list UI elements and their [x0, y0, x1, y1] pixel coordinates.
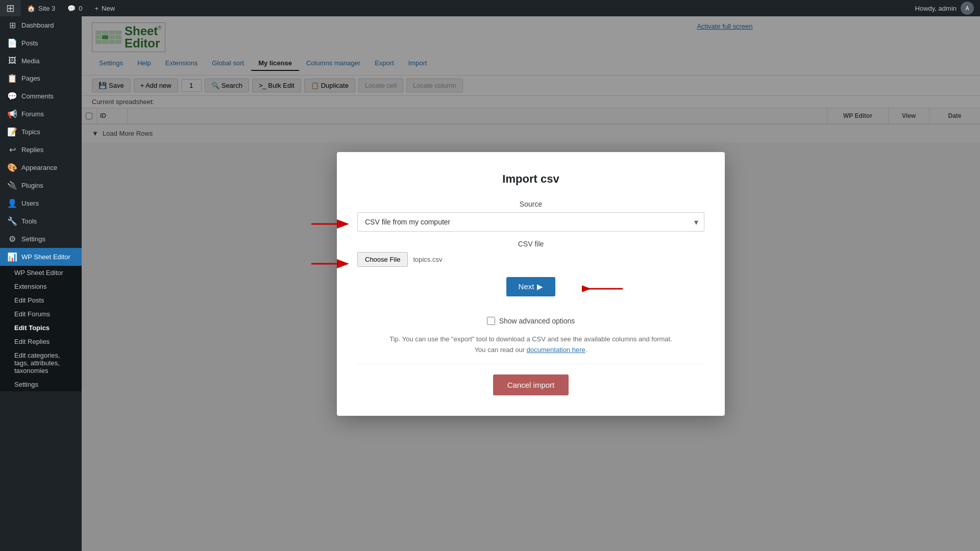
- plugins-icon: 🔌: [7, 181, 17, 190]
- next-label: Next: [519, 282, 534, 291]
- sub-item-edit-forums[interactable]: Edit Forums: [7, 307, 82, 321]
- wp-logo-icon: ⊞: [6, 2, 15, 14]
- home-icon: 🏠: [27, 5, 35, 12]
- tip-text2: You can read our documentation here.: [357, 346, 704, 354]
- sub-item-edit-replies[interactable]: Edit Replies: [7, 335, 82, 348]
- sub-item-edit-categories[interactable]: Edit categories, tags, attributes, taxon…: [7, 348, 82, 378]
- sub-item-settings[interactable]: Settings: [7, 378, 82, 391]
- sub-item-wp-sheet-editor[interactable]: WP Sheet Editor: [7, 266, 82, 280]
- sidebar-label-dashboard: Dashboard: [21, 21, 54, 29]
- sidebar-item-forums[interactable]: 📢 Forums: [0, 105, 82, 123]
- sidebar-label-settings: Settings: [21, 235, 45, 243]
- tip-text: Tip. You can use the "export" tool to do…: [357, 335, 704, 343]
- wp-sheet-editor-icon: 📊: [7, 252, 17, 262]
- comments-count: 0: [79, 5, 82, 12]
- sidebar-label-wp-sheet-editor: WP Sheet Editor: [21, 253, 70, 261]
- sidebar-item-settings[interactable]: ⚙ Settings: [0, 230, 82, 248]
- arrow-to-source: [311, 216, 352, 232]
- source-label: Source: [357, 200, 704, 208]
- sidebar-item-plugins[interactable]: 🔌 Plugins: [0, 177, 82, 194]
- arrow-to-next: [582, 281, 623, 296]
- sidebar-item-appearance[interactable]: 🎨 Appearance: [0, 159, 82, 177]
- file-input-row: Choose File topics.csv: [357, 252, 704, 267]
- replies-icon: ↩: [7, 145, 17, 155]
- show-advanced-checkbox[interactable]: [487, 317, 495, 325]
- csv-file-label: CSV file: [357, 240, 704, 248]
- main-content: Sheet ® Editor Activate full screen Sett…: [82, 16, 980, 551]
- sub-item-edit-posts[interactable]: Edit Posts: [7, 293, 82, 307]
- pages-icon: 📋: [7, 73, 17, 83]
- sidebar-item-pages[interactable]: 📋 Pages: [0, 69, 82, 87]
- sidebar-item-topics[interactable]: 📝 Topics: [0, 123, 82, 141]
- plus-icon: +: [94, 5, 99, 12]
- sidebar-label-pages: Pages: [21, 74, 40, 82]
- sidebar-label-tools: Tools: [21, 217, 37, 225]
- howdy-text: Howdy, admin: [915, 5, 957, 12]
- sidebar-label-posts: Posts: [21, 39, 38, 47]
- sidebar-item-posts[interactable]: 📄 Posts: [0, 34, 82, 52]
- import-csv-modal: Import csv Source CSV file from my compu…: [337, 152, 725, 416]
- sidebar-item-tools[interactable]: 🔧 Tools: [0, 212, 82, 230]
- site-name-bar-item[interactable]: 🏠 Site 3: [21, 0, 61, 16]
- sidebar-item-dashboard[interactable]: ⊞ Dashboard: [0, 16, 82, 34]
- user-info[interactable]: Howdy, admin A: [915, 2, 974, 15]
- media-icon: 🖼: [7, 56, 17, 65]
- selected-file-name: topics.csv: [413, 256, 442, 263]
- admin-bar: ⊞ 🏠 Site 3 💬 0 + New Howdy, admin A: [0, 0, 980, 16]
- sidebar-item-users[interactable]: 👤 Users: [0, 194, 82, 212]
- modal-title: Import csv: [357, 172, 704, 186]
- choose-file-button[interactable]: Choose File: [357, 252, 408, 267]
- sidebar-label-media: Media: [21, 57, 39, 65]
- source-select[interactable]: CSV file from my computer CSV file from …: [357, 212, 704, 232]
- sidebar: ⊞ Dashboard 📄 Posts 🖼 Media 📋 Pages 💬 Co…: [0, 16, 82, 551]
- sidebar-label-replies: Replies: [21, 146, 43, 154]
- settings-icon: ⚙: [7, 234, 17, 244]
- comments-bar-item[interactable]: 💬 0: [61, 0, 88, 16]
- wp-logo-bar-item[interactable]: ⊞: [0, 0, 21, 16]
- users-icon: 👤: [7, 198, 17, 208]
- sidebar-item-replies[interactable]: ↩ Replies: [0, 141, 82, 159]
- source-select-wrapper: CSV file from my computer CSV file from …: [357, 212, 704, 232]
- sidebar-item-comments[interactable]: 💬 Comments: [0, 87, 82, 105]
- comments-icon: 💬: [67, 5, 76, 12]
- sub-item-edit-topics[interactable]: Edit Topics: [7, 321, 82, 335]
- forums-icon: 📢: [7, 109, 17, 119]
- comments-sidebar-icon: 💬: [7, 91, 17, 101]
- modal-overlay: Import csv Source CSV file from my compu…: [82, 16, 980, 551]
- new-label: New: [102, 5, 115, 12]
- documentation-link[interactable]: documentation here: [527, 346, 585, 354]
- sidebar-label-users: Users: [21, 199, 39, 207]
- dashboard-icon: ⊞: [7, 20, 17, 30]
- tools-icon: 🔧: [7, 216, 17, 226]
- arrow-to-file: [311, 256, 352, 271]
- avatar: A: [961, 2, 974, 15]
- sidebar-item-wp-sheet-editor[interactable]: 📊 WP Sheet Editor: [0, 248, 82, 266]
- sidebar-label-comments: Comments: [21, 92, 54, 100]
- next-arrow-icon: ▶: [537, 282, 543, 291]
- next-button[interactable]: Next ▶: [506, 277, 556, 296]
- posts-icon: 📄: [7, 38, 17, 48]
- sidebar-sub-menu: WP Sheet Editor Extensions Edit Posts Ed…: [0, 266, 82, 391]
- show-advanced-label: Show advanced options: [499, 317, 575, 325]
- topics-icon: 📝: [7, 127, 17, 137]
- modal-divider: [357, 364, 704, 364]
- sidebar-label-topics: Topics: [21, 128, 40, 136]
- cancel-import-button[interactable]: Cancel import: [493, 374, 569, 395]
- sidebar-label-forums: Forums: [21, 110, 44, 118]
- sidebar-item-media[interactable]: 🖼 Media: [0, 52, 82, 69]
- sub-item-extensions[interactable]: Extensions: [7, 280, 82, 293]
- new-bar-item[interactable]: + New: [88, 0, 121, 16]
- sidebar-label-appearance: Appearance: [21, 164, 57, 171]
- appearance-icon: 🎨: [7, 163, 17, 172]
- advanced-options-row: Show advanced options: [357, 317, 704, 325]
- sidebar-label-plugins: Plugins: [21, 182, 43, 189]
- site-name: Site 3: [38, 5, 55, 12]
